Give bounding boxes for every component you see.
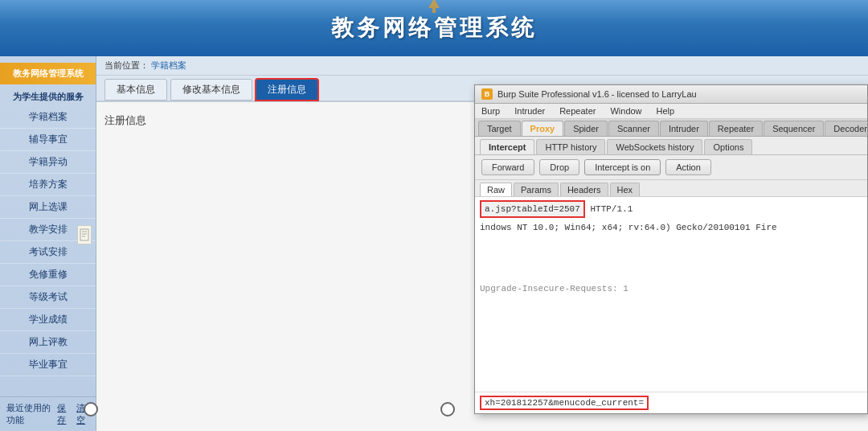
request-tabs: Raw Params Headers Hex	[475, 180, 867, 197]
burp-tab-sequencer[interactable]: Sequencer	[764, 121, 824, 136]
menu-window[interactable]: Window	[608, 105, 643, 117]
breadcrumb-prefix: 当前位置：	[104, 60, 149, 70]
burp-menubar: Burp Intruder Repeater Window Help	[475, 104, 867, 119]
sidebar-item-xuejidangan[interactable]: 学籍档案	[0, 106, 96, 129]
note-svg	[80, 228, 89, 241]
sidebar-item-biyeshiyi[interactable]: 毕业事宜	[0, 354, 96, 376]
burp-toolbar: Forward Drop Intercept is on Action	[475, 155, 867, 180]
burp-title-text: Burp Suite Professional v1.6 - licensed …	[497, 89, 697, 99]
burp-tab-spider[interactable]: Spider	[564, 121, 608, 136]
sidebar-footer: 最近使用的功能 保存 清空	[0, 396, 96, 431]
burp-tab-intruder[interactable]: Intruder	[660, 121, 708, 136]
menu-burp[interactable]: Burp	[480, 105, 502, 117]
request-bottom-highlight: xh=201812257&menucode_current=	[480, 396, 649, 410]
intercept-on-button[interactable]: Intercept is on	[584, 159, 661, 175]
request-tab-headers[interactable]: Headers	[560, 183, 608, 196]
svg-marker-0	[428, 0, 440, 8]
sidebar-logo: 教务网络管理系统	[0, 63, 96, 84]
circle-left	[84, 402, 98, 417]
burp-tab-target[interactable]: Target	[478, 121, 521, 136]
page-header: 教务网络管理系统	[0, 0, 868, 56]
menu-help[interactable]: Help	[655, 105, 677, 117]
breadcrumb-link[interactable]: 学籍档案	[151, 60, 186, 70]
request-tab-raw[interactable]: Raw	[480, 183, 512, 196]
forward-button[interactable]: Forward	[481, 159, 534, 175]
burp-tab-scanner[interactable]: Scanner	[608, 121, 659, 136]
breadcrumb: 当前位置： 学籍档案	[96, 56, 868, 76]
circle-center	[440, 402, 455, 417]
request-line-2: indows NT 10.0; Win64; x64; rv:64.0) Gec…	[480, 221, 862, 234]
header-top-icon	[422, 0, 446, 13]
burp-tab-proxy[interactable]: Proxy	[522, 121, 564, 136]
sidebar-item-peiyangfangan[interactable]: 培养方案	[0, 174, 96, 196]
request-highlight-url: a.jsp?tableId=2507	[480, 200, 585, 218]
burp-subtab-http-history[interactable]: HTTP history	[536, 139, 605, 154]
request-body: a.jsp?tableId=2507 HTTP/1.1 indows NT 10…	[475, 197, 867, 392]
request-ua: indows NT 10.0; Win64; x64; rv:64.0) Gec…	[480, 223, 777, 232]
drop-button[interactable]: Drop	[539, 159, 579, 175]
sidebar-item-xuyechengjie[interactable]: 学业成绩	[0, 309, 96, 331]
svg-rect-2	[80, 229, 88, 240]
sidebar-item-xuejiyidong[interactable]: 学籍异动	[0, 151, 96, 174]
menu-intruder[interactable]: Intruder	[513, 105, 547, 117]
site-title: 教务网络管理系统	[331, 13, 537, 43]
burp-subtab-intercept[interactable]: Intercept	[480, 139, 534, 154]
sidebar-item-wangshangpingjiao[interactable]: 网上评教	[0, 331, 96, 354]
burp-subtab-options[interactable]: Options	[704, 139, 752, 154]
burp-tab-repeater[interactable]: Repeater	[709, 121, 763, 136]
burp-subtab-websockets-history[interactable]: WebSockets history	[607, 139, 702, 154]
tab-modify-info[interactable]: 修改基本信息	[170, 79, 252, 101]
side-note-icon[interactable]	[77, 225, 92, 244]
tab-register-info[interactable]: 注册信息	[256, 79, 318, 101]
sidebar-item-kaoshianpai[interactable]: 考试安排	[0, 241, 96, 264]
save-button[interactable]: 保存	[57, 402, 70, 426]
sidebar-section: 为学生提供的服务	[0, 88, 96, 106]
sidebar-item-fudaoshiyi[interactable]: 辅导事宜	[0, 129, 96, 151]
action-button[interactable]: Action	[665, 159, 711, 175]
sidebar-item-mianxiuchongxiu[interactable]: 免修重修	[0, 264, 96, 286]
request-line-1: a.jsp?tableId=2507 HTTP/1.1	[480, 200, 862, 218]
tab-basic-info[interactable]: 基本信息	[104, 79, 167, 101]
sidebar-item-wangshangxuanke[interactable]: 网上选课	[0, 196, 96, 219]
recent-label: 最近使用的功能	[6, 402, 51, 426]
burp-tab-decoder[interactable]: Decoder	[825, 121, 867, 136]
burp-titlebar: B Burp Suite Professional v1.6 - license…	[475, 85, 867, 104]
request-bottom: xh=201812257&menucode_current=	[475, 392, 867, 413]
burp-main-tabs: Target Proxy Spider Scanner Intruder Rep…	[475, 119, 867, 137]
request-upgrade-line: Upgrade-Insecure-Requests: 1	[480, 282, 862, 295]
upgrade-insecure: Upgrade-Insecure-Requests: 1	[480, 284, 628, 293]
burp-icon: B	[481, 88, 493, 100]
burp-window: B Burp Suite Professional v1.6 - license…	[474, 84, 868, 414]
request-line1-rest: HTTP/1.1	[585, 204, 633, 214]
menu-repeater[interactable]: Repeater	[558, 105, 597, 117]
sidebar-item-dengjikaosha[interactable]: 等级考试	[0, 286, 96, 309]
request-tab-params[interactable]: Params	[514, 183, 559, 196]
burp-sub-tabs: Intercept HTTP history WebSockets histor…	[475, 137, 867, 155]
request-tab-hex[interactable]: Hex	[610, 183, 641, 196]
svg-rect-1	[432, 8, 436, 13]
